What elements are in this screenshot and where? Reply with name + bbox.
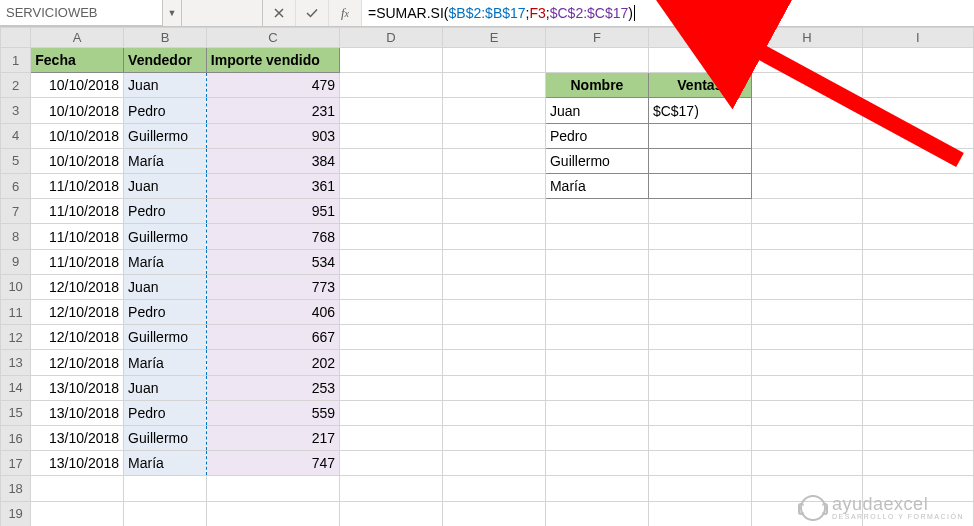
col-header-B[interactable]: B xyxy=(124,28,207,48)
cell-A3[interactable]: 10/10/2018 xyxy=(31,98,124,123)
cell-I13[interactable] xyxy=(862,350,973,375)
row-header-10[interactable]: 10 xyxy=(1,274,31,299)
cell-C19[interactable] xyxy=(206,501,339,526)
cell-A12[interactable]: 12/10/2018 xyxy=(31,325,124,350)
cell-D8[interactable] xyxy=(340,224,443,249)
cell-H6[interactable] xyxy=(751,174,862,199)
row-header-16[interactable]: 16 xyxy=(1,426,31,451)
cancel-formula-button[interactable] xyxy=(263,0,296,26)
cell-E8[interactable] xyxy=(443,224,546,249)
cell-I14[interactable] xyxy=(862,375,973,400)
cell-H3[interactable] xyxy=(751,98,862,123)
cell-D19[interactable] xyxy=(340,501,443,526)
cell-D4[interactable] xyxy=(340,123,443,148)
cell-I16[interactable] xyxy=(862,426,973,451)
row-header-17[interactable]: 17 xyxy=(1,451,31,476)
cell-C16[interactable]: 217 xyxy=(206,426,339,451)
cell-F5[interactable]: Guillermo xyxy=(545,148,648,173)
cell-A15[interactable]: 13/10/2018 xyxy=(31,400,124,425)
cell-F12[interactable] xyxy=(545,325,648,350)
cell-B15[interactable]: Pedro xyxy=(124,400,207,425)
cell-I19[interactable] xyxy=(862,501,973,526)
cell-G2[interactable]: Ventas xyxy=(648,73,751,98)
cell-D5[interactable] xyxy=(340,148,443,173)
enter-formula-button[interactable] xyxy=(296,0,329,26)
cell-C17[interactable]: 747 xyxy=(206,451,339,476)
cell-B7[interactable]: Pedro xyxy=(124,199,207,224)
cell-H15[interactable] xyxy=(751,400,862,425)
cell-F14[interactable] xyxy=(545,375,648,400)
cell-A10[interactable]: 12/10/2018 xyxy=(31,274,124,299)
cell-H9[interactable] xyxy=(751,249,862,274)
cell-E16[interactable] xyxy=(443,426,546,451)
cell-B2[interactable]: Juan xyxy=(124,73,207,98)
cell-I15[interactable] xyxy=(862,400,973,425)
cell-G16[interactable] xyxy=(648,426,751,451)
cell-F4[interactable]: Pedro xyxy=(545,123,648,148)
cell-F11[interactable] xyxy=(545,300,648,325)
cell-C18[interactable] xyxy=(206,476,339,501)
cell-A6[interactable]: 11/10/2018 xyxy=(31,174,124,199)
cell-I7[interactable] xyxy=(862,199,973,224)
cell-B5[interactable]: María xyxy=(124,148,207,173)
col-header-A[interactable]: A xyxy=(31,28,124,48)
cell-I5[interactable] xyxy=(862,148,973,173)
row-header-2[interactable]: 2 xyxy=(1,73,31,98)
cell-C12[interactable]: 667 xyxy=(206,325,339,350)
cell-B13[interactable]: María xyxy=(124,350,207,375)
col-header-I[interactable]: I xyxy=(862,28,973,48)
cell-G4[interactable] xyxy=(648,123,751,148)
cell-I1[interactable] xyxy=(862,48,973,73)
row-header-4[interactable]: 4 xyxy=(1,123,31,148)
cell-D2[interactable] xyxy=(340,73,443,98)
cell-A1[interactable]: Fecha xyxy=(31,48,124,73)
cell-I17[interactable] xyxy=(862,451,973,476)
select-all-corner[interactable] xyxy=(1,28,31,48)
cell-A17[interactable]: 13/10/2018 xyxy=(31,451,124,476)
cell-H7[interactable] xyxy=(751,199,862,224)
cell-I4[interactable] xyxy=(862,123,973,148)
cell-H16[interactable] xyxy=(751,426,862,451)
cell-I2[interactable] xyxy=(862,73,973,98)
cell-A4[interactable]: 10/10/2018 xyxy=(31,123,124,148)
cell-C7[interactable]: 951 xyxy=(206,199,339,224)
cell-H18[interactable] xyxy=(751,476,862,501)
cell-E15[interactable] xyxy=(443,400,546,425)
cell-A19[interactable] xyxy=(31,501,124,526)
cell-G6[interactable] xyxy=(648,174,751,199)
cell-E4[interactable] xyxy=(443,123,546,148)
cell-F1[interactable] xyxy=(545,48,648,73)
cell-G19[interactable] xyxy=(648,501,751,526)
cell-H5[interactable] xyxy=(751,148,862,173)
spreadsheet-grid[interactable]: A B C D E F G H I 1 Fecha Vendedor Impor… xyxy=(0,27,974,526)
cell-G15[interactable] xyxy=(648,400,751,425)
cell-A7[interactable]: 11/10/2018 xyxy=(31,199,124,224)
col-header-E[interactable]: E xyxy=(443,28,546,48)
cell-B18[interactable] xyxy=(124,476,207,501)
cell-B9[interactable]: María xyxy=(124,249,207,274)
cell-I8[interactable] xyxy=(862,224,973,249)
cell-D6[interactable] xyxy=(340,174,443,199)
cell-E12[interactable] xyxy=(443,325,546,350)
cell-A13[interactable]: 12/10/2018 xyxy=(31,350,124,375)
cell-C3[interactable]: 231 xyxy=(206,98,339,123)
cell-E3[interactable] xyxy=(443,98,546,123)
cell-A2[interactable]: 10/10/2018 xyxy=(31,73,124,98)
row-header-1[interactable]: 1 xyxy=(1,48,31,73)
cell-G1[interactable] xyxy=(648,48,751,73)
col-header-F[interactable]: F xyxy=(545,28,648,48)
row-header-5[interactable]: 5 xyxy=(1,148,31,173)
cell-G9[interactable] xyxy=(648,249,751,274)
insert-function-button[interactable]: fx xyxy=(329,0,362,26)
cell-H19[interactable] xyxy=(751,501,862,526)
cell-G3[interactable]: $C$17) xyxy=(648,98,751,123)
cell-A9[interactable]: 11/10/2018 xyxy=(31,249,124,274)
cell-G8[interactable] xyxy=(648,224,751,249)
cell-F8[interactable] xyxy=(545,224,648,249)
cell-E10[interactable] xyxy=(443,274,546,299)
cell-D7[interactable] xyxy=(340,199,443,224)
cell-I6[interactable] xyxy=(862,174,973,199)
cell-D9[interactable] xyxy=(340,249,443,274)
cell-H12[interactable] xyxy=(751,325,862,350)
cell-H2[interactable] xyxy=(751,73,862,98)
